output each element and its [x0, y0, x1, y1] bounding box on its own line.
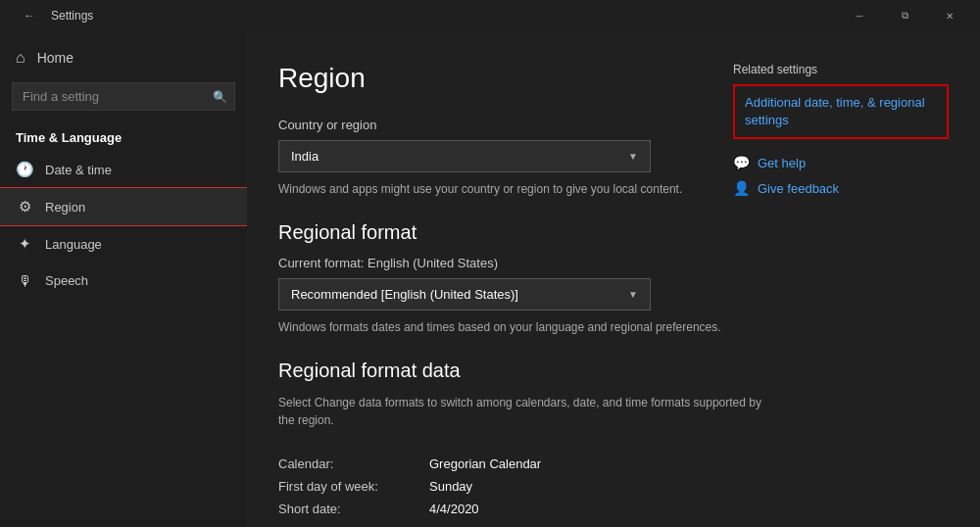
sidebar-label-region: Region	[45, 200, 85, 215]
country-description: Windows and apps might use your country …	[278, 180, 768, 198]
speech-icon: 🎙	[16, 272, 33, 289]
sidebar-search: 🔍	[12, 82, 235, 111]
format-description: Windows formats dates and times based on…	[278, 318, 768, 336]
sidebar-item-language[interactable]: ✦ Language	[0, 225, 247, 263]
first-day-key: First day of week:	[278, 479, 406, 494]
close-button[interactable]: ✕	[927, 0, 972, 31]
format-dropdown-arrow-icon: ▼	[628, 289, 638, 300]
give-feedback-icon: 👤	[733, 180, 750, 196]
clock-icon: 🕐	[16, 161, 33, 178]
short-date-value: 4/4/2020	[429, 502, 479, 516]
calendar-value: Gregorian Calendar	[429, 456, 541, 471]
table-row: Short date: 4/4/2020	[278, 498, 941, 520]
restore-button[interactable]: ⧉	[882, 0, 927, 31]
dropdown-arrow-icon: ▼	[628, 151, 638, 162]
data-grid: Calendar: Gregorian Calendar First day o…	[278, 453, 941, 527]
related-link-box: Additional date, time, & regional settin…	[733, 84, 949, 139]
sidebar: ⌂ Home 🔍 Time & Language 🕐 Date & time ⚙…	[0, 31, 247, 527]
language-icon: ✦	[16, 235, 33, 253]
sidebar-label-speech: Speech	[45, 273, 88, 288]
help-items: 💬 Get help 👤 Give feedback	[733, 155, 949, 196]
home-icon: ⌂	[16, 49, 25, 67]
regional-format-heading: Regional format	[278, 221, 941, 244]
short-date-key: Short date:	[278, 502, 406, 516]
country-dropdown[interactable]: India ▼	[278, 140, 651, 172]
get-help-label[interactable]: Get help	[758, 156, 806, 170]
table-row: Long date: Saturday, April 4, 2020	[278, 520, 941, 527]
title-bar-controls: ─ ⧉ ✕	[837, 0, 972, 31]
sidebar-item-date-time[interactable]: 🕐 Date & time	[0, 151, 247, 188]
title-bar-title: Settings	[51, 9, 93, 23]
table-row: Calendar: Gregorian Calendar	[278, 453, 941, 475]
home-label: Home	[37, 50, 74, 66]
give-feedback-item[interactable]: 👤 Give feedback	[733, 180, 949, 196]
format-dropdown-container: Recommended [English (United States)] ▼	[278, 278, 941, 311]
regional-data-description: Select Change data formats to switch amo…	[278, 394, 768, 429]
get-help-icon: 💬	[733, 155, 750, 170]
additional-settings-link[interactable]: Additional date, time, & regional settin…	[745, 95, 925, 127]
sidebar-item-region[interactable]: ⚙ Region	[0, 188, 247, 225]
sidebar-label-date-time: Date & time	[45, 163, 112, 177]
related-settings-panel: Related settings Additional date, time, …	[733, 63, 949, 196]
current-format-label: Current format: English (United States)	[278, 256, 941, 270]
country-dropdown-value: India	[291, 149, 318, 164]
minimize-button[interactable]: ─	[837, 0, 882, 31]
region-icon: ⚙	[16, 198, 33, 216]
get-help-item[interactable]: 💬 Get help	[733, 155, 949, 170]
sidebar-item-speech[interactable]: 🎙 Speech	[0, 263, 247, 299]
related-settings-title: Related settings	[733, 63, 949, 76]
sidebar-label-language: Language	[45, 237, 102, 252]
table-row: First day of week: Sunday	[278, 475, 941, 498]
title-bar-left: ← Settings	[16, 2, 93, 29]
search-icon: 🔍	[213, 90, 227, 104]
first-day-value: Sunday	[429, 479, 472, 494]
app-body: ⌂ Home 🔍 Time & Language 🕐 Date & time ⚙…	[0, 31, 980, 527]
content-area: Related settings Additional date, time, …	[247, 31, 980, 527]
sidebar-home[interactable]: ⌂ Home	[0, 39, 247, 76]
format-dropdown[interactable]: Recommended [English (United States)] ▼	[278, 278, 651, 311]
search-input[interactable]	[12, 82, 235, 111]
calendar-key: Calendar:	[278, 456, 406, 471]
regional-data-heading: Regional format data	[278, 359, 941, 382]
title-bar: ← Settings ─ ⧉ ✕	[0, 0, 980, 31]
sidebar-section-title: Time & Language	[0, 117, 247, 151]
back-button[interactable]: ←	[16, 2, 43, 29]
give-feedback-label[interactable]: Give feedback	[758, 181, 839, 196]
format-dropdown-value: Recommended [English (United States)]	[291, 287, 518, 302]
